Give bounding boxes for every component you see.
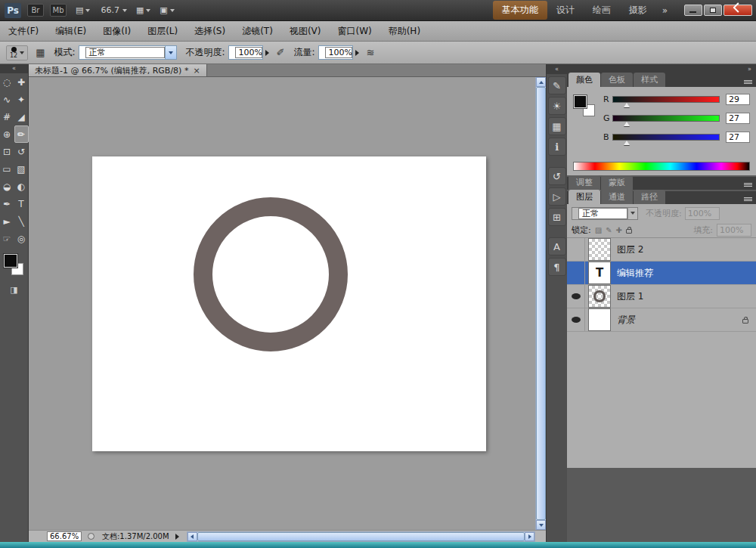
- type-tool[interactable]: T: [14, 195, 29, 212]
- blur-tool[interactable]: ◒: [0, 178, 14, 195]
- launch-minibridge-button[interactable]: Mb: [50, 4, 67, 17]
- canvas-viewport[interactable]: [29, 77, 546, 530]
- tab-channels[interactable]: 通道: [601, 190, 633, 204]
- zoom-tool[interactable]: ◎: [14, 230, 29, 247]
- panel-menu-icon[interactable]: [744, 197, 752, 201]
- dock-collapse-icon[interactable]: «: [547, 64, 567, 74]
- panel-menu-icon[interactable]: [744, 80, 752, 84]
- styles-panel-icon[interactable]: ▦: [548, 117, 566, 135]
- foreground-color-swatch[interactable]: [574, 95, 587, 108]
- eraser-tool[interactable]: ▭: [0, 160, 14, 178]
- screen-mode-dropdown[interactable]: ▣: [160, 5, 174, 15]
- workspace-overflow-icon[interactable]: »: [656, 5, 674, 16]
- panel-menu-icon[interactable]: [744, 183, 752, 187]
- toolbar-collapse-icon[interactable]: «: [0, 64, 28, 73]
- green-slider[interactable]: [612, 115, 720, 122]
- view-extras-dropdown[interactable]: ▤: [76, 5, 90, 15]
- eyedropper-tool[interactable]: ◢: [14, 108, 29, 125]
- tab-paths[interactable]: 路径: [634, 190, 665, 204]
- menu-view[interactable]: 视图(V): [281, 25, 330, 38]
- layer-blend-mode-select[interactable]: 正常: [572, 207, 638, 220]
- red-slider[interactable]: [612, 96, 720, 103]
- quick-mask-icon[interactable]: ◨: [0, 285, 28, 295]
- layer-name[interactable]: 编辑推荐: [617, 267, 653, 280]
- clone-source-panel-icon[interactable]: ⊞: [548, 208, 566, 226]
- background-layer-row[interactable]: 背景: [567, 308, 756, 332]
- green-slider-marker[interactable]: [624, 122, 630, 126]
- vertical-scroll-thumb[interactable]: [536, 87, 546, 520]
- color-spectrum-ramp[interactable]: [573, 162, 750, 171]
- tab-styles[interactable]: 样式: [634, 73, 665, 87]
- lock-all-icon[interactable]: [626, 229, 632, 234]
- text-layer-thumbnail[interactable]: T: [588, 262, 611, 284]
- line-tool[interactable]: ╲: [14, 212, 29, 230]
- adjustments-panel-icon[interactable]: ☀: [548, 97, 566, 115]
- layer-thumbnail[interactable]: [588, 285, 611, 308]
- scroll-left-button[interactable]: [187, 532, 197, 541]
- brush-preset-picker[interactable]: 12: [6, 45, 28, 60]
- info-panel-icon[interactable]: ℹ: [548, 138, 566, 156]
- opacity-input[interactable]: 100%: [228, 45, 263, 60]
- combo-arrow-button[interactable]: [165, 46, 176, 59]
- healing-brush-tool[interactable]: ⊕: [0, 125, 14, 143]
- menu-image[interactable]: 图像(I): [94, 25, 139, 38]
- combo-arrow-button[interactable]: [627, 208, 637, 219]
- quick-selection-tool[interactable]: ✦: [14, 91, 29, 108]
- blue-value-input[interactable]: 27: [726, 132, 750, 143]
- flow-input[interactable]: 100%: [318, 45, 353, 60]
- opacity-slider-arrow[interactable]: [265, 50, 269, 56]
- status-zoom-input[interactable]: 66.67%: [47, 531, 82, 541]
- move-tool[interactable]: ✚: [14, 73, 29, 91]
- history-panel-icon[interactable]: ↺: [548, 167, 566, 185]
- hand-tool[interactable]: ☞: [0, 230, 14, 247]
- workspace-tab-painting[interactable]: 绘画: [584, 1, 620, 20]
- vertical-scrollbar[interactable]: [535, 77, 546, 530]
- crop-tool[interactable]: #: [0, 108, 14, 125]
- pen-tool[interactable]: ✒: [0, 195, 14, 212]
- layer-row-selected[interactable]: T 编辑推荐: [567, 262, 756, 285]
- toggle-brush-panel-icon[interactable]: ▦: [36, 47, 45, 58]
- clone-stamp-tool[interactable]: ⊡: [0, 143, 14, 160]
- close-button[interactable]: [723, 5, 752, 16]
- lock-transparent-pixels-icon[interactable]: ▨: [595, 226, 602, 234]
- visibility-toggle[interactable]: [567, 262, 585, 284]
- foreground-color-swatch[interactable]: [4, 254, 17, 268]
- blue-slider-marker[interactable]: [624, 141, 630, 145]
- visibility-toggle[interactable]: [567, 238, 585, 261]
- layer-name[interactable]: 背景: [617, 314, 635, 327]
- character-panel-icon[interactable]: A: [548, 237, 566, 255]
- airbrush-toggle-icon[interactable]: ≋: [367, 47, 375, 58]
- visibility-toggle[interactable]: [567, 308, 585, 331]
- tab-adjustments[interactable]: 调整: [569, 175, 600, 190]
- tablet-pressure-icon[interactable]: ✐: [277, 47, 285, 58]
- actions-panel-icon[interactable]: ▷: [548, 187, 566, 206]
- layer-row[interactable]: 图层 2: [567, 238, 756, 262]
- blue-slider[interactable]: [612, 134, 720, 141]
- flow-slider-arrow[interactable]: [355, 50, 359, 56]
- brushes-panel-icon[interactable]: ✎: [548, 76, 566, 94]
- layer-thumbnail[interactable]: [588, 308, 611, 331]
- red-value-input[interactable]: 29: [726, 94, 750, 105]
- scroll-up-button[interactable]: [536, 77, 546, 87]
- gradient-tool[interactable]: ▧: [14, 160, 29, 178]
- status-options-arrow[interactable]: [175, 534, 179, 540]
- menu-select[interactable]: 选择(S): [186, 25, 234, 38]
- tab-swatches[interactable]: 色板: [601, 73, 633, 87]
- layer-row[interactable]: 图层 1: [567, 285, 756, 308]
- horizontal-scroll-thumb[interactable]: [197, 532, 525, 541]
- menu-filter[interactable]: 滤镜(T): [234, 25, 281, 38]
- scroll-down-button[interactable]: [536, 520, 546, 530]
- scroll-right-button[interactable]: [525, 532, 534, 541]
- elliptical-marquee-tool[interactable]: ◌: [0, 73, 14, 91]
- tab-masks[interactable]: 蒙版: [601, 175, 633, 190]
- path-selection-tool[interactable]: ►: [0, 212, 14, 230]
- history-brush-tool[interactable]: ↺: [14, 143, 29, 160]
- tab-layers[interactable]: 图层: [569, 190, 600, 204]
- menu-edit[interactable]: 编辑(E): [47, 25, 94, 38]
- visibility-toggle[interactable]: [567, 285, 585, 308]
- layer-name[interactable]: 图层 1: [617, 290, 643, 303]
- brush-tool[interactable]: ✏: [14, 125, 29, 143]
- minimize-button[interactable]: [684, 5, 702, 16]
- lock-position-icon[interactable]: ✚: [616, 226, 622, 234]
- lock-image-pixels-icon[interactable]: ✎: [606, 226, 612, 234]
